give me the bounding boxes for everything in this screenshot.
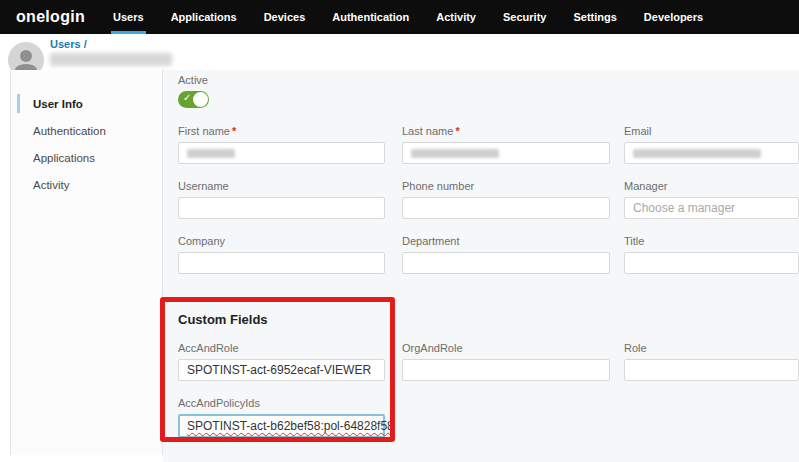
last-name-label: Last name*	[402, 125, 610, 137]
acc-and-policy-ids-value: SPOTINST-act-b62bef58:pol-64828f58	[187, 419, 394, 433]
active-toggle[interactable]: ✓	[178, 91, 209, 108]
page-header: Users /	[0, 34, 799, 70]
first-name-field[interactable]	[178, 142, 385, 164]
custom-fields-heading: Custom Fields	[178, 312, 799, 327]
active-label: Active	[178, 74, 799, 86]
email-field[interactable]	[624, 142, 799, 164]
nav-item-settings[interactable]: Settings	[573, 0, 616, 34]
sidebar-item-activity[interactable]: Activity	[11, 171, 162, 198]
redacted-value	[187, 149, 235, 158]
required-asterisk: *	[232, 125, 236, 137]
acc-and-policy-ids-label: AccAndPolicyIds	[178, 397, 385, 409]
company-label: Company	[178, 235, 385, 247]
breadcrumb-users-link[interactable]: Users /	[50, 38, 87, 50]
nav-item-activity[interactable]: Activity	[436, 0, 476, 34]
org-and-role-label: OrgAndRole	[402, 342, 610, 354]
username-label: Username	[178, 180, 385, 192]
username-input[interactable]	[178, 197, 385, 219]
sidebar-item-authentication[interactable]: Authentication	[11, 117, 162, 144]
title-input[interactable]	[624, 252, 799, 274]
sidebar: User Info Authentication Applications Ac…	[10, 70, 163, 455]
acc-and-role-input[interactable]	[178, 359, 385, 381]
manager-label: Manager	[624, 180, 799, 192]
nav-item-devices[interactable]: Devices	[264, 0, 306, 34]
department-label: Department	[402, 235, 610, 247]
nav-item-authentication[interactable]: Authentication	[332, 0, 409, 34]
nav-item-security[interactable]: Security	[503, 0, 546, 34]
nav-item-applications[interactable]: Applications	[171, 0, 237, 34]
manager-input[interactable]	[624, 197, 799, 219]
phone-number-input[interactable]	[402, 197, 610, 219]
top-nav: onelogin Users Applications Devices Auth…	[0, 0, 799, 34]
check-icon: ✓	[183, 92, 191, 103]
company-input[interactable]	[178, 252, 385, 274]
sidebar-item-user-info[interactable]: User Info	[11, 90, 162, 117]
phone-number-label: Phone number	[402, 180, 610, 192]
redacted-value	[411, 149, 499, 158]
acc-and-role-label: AccAndRole	[178, 342, 385, 354]
user-info-form: Active ✓ First name* Last name* Email Us…	[163, 70, 799, 462]
role-input[interactable]	[624, 359, 799, 381]
nav-menu: Users Applications Devices Authenticatio…	[113, 0, 730, 34]
org-and-role-input[interactable]	[402, 359, 610, 381]
last-name-field[interactable]	[402, 142, 610, 164]
nav-item-users[interactable]: Users	[113, 0, 144, 34]
toggle-knob	[193, 92, 208, 107]
required-asterisk: *	[455, 125, 459, 137]
redacted-value	[633, 149, 761, 158]
department-input[interactable]	[402, 252, 610, 274]
title-label: Title	[624, 235, 799, 247]
breadcrumb-username-redacted	[50, 53, 172, 66]
sidebar-item-applications[interactable]: Applications	[11, 144, 162, 171]
first-name-label: First name*	[178, 125, 385, 137]
acc-and-policy-ids-input[interactable]: SPOTINST-act-b62bef58:pol-64828f58	[178, 414, 385, 438]
onelogin-logo: onelogin	[16, 8, 85, 26]
email-label: Email	[624, 125, 799, 137]
nav-item-developers[interactable]: Developers	[644, 0, 703, 34]
role-label: Role	[624, 342, 799, 354]
